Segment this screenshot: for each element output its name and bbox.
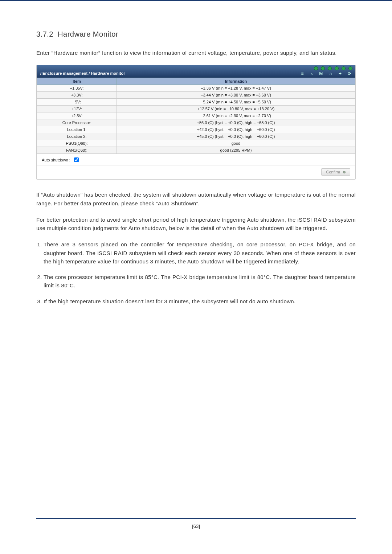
info-cell: good: [117, 140, 355, 147]
table-row: +12V:+12.57 V (min = +10.80 V, max = +13…: [37, 106, 355, 112]
list-item: The core processor temperature limit is …: [44, 273, 356, 290]
table-row: +1.35V:+1.36 V (min = +1.28 V, max = +1.…: [37, 85, 355, 92]
footer-divider: [36, 518, 356, 519]
status-dot-icon: [328, 66, 332, 70]
info-cell: +42.0 (C) (hyst = +0.0 (C), high = +60.0…: [117, 126, 355, 133]
section-title: Hardware Monitor: [58, 30, 118, 38]
item-cell: Location 1:: [37, 126, 117, 133]
info-cell: +3.44 V (min = +3.00 V, max = +3.60 V): [117, 92, 355, 99]
info-cell: +5.24 V (min = +4.50 V, max = +5.50 V): [117, 99, 355, 106]
auto-shutdown-checkbox[interactable]: [74, 157, 79, 162]
table-row: PSU1(Q60):good: [37, 140, 355, 147]
info-cell: +1.36 V (min = +1.28 V, max = +1.47 V): [117, 85, 355, 92]
hardware-monitor-table: Item Information +1.35V:+1.36 V (min = +…: [37, 78, 355, 154]
info-cell: +2.61 V (min = +2.30 V, max = +2.70 V): [117, 112, 355, 119]
item-cell: Location 2:: [37, 133, 117, 140]
status-dot-icon: [348, 66, 352, 70]
intro-paragraph: Enter “Hardware monitor” function to vie…: [36, 49, 356, 57]
item-cell: +12V:: [37, 106, 117, 112]
table-row: +5V:+5.24 V (min = +4.50 V, max = +5.50 …: [37, 99, 355, 106]
lock-icon[interactable]: ⌂: [328, 71, 334, 77]
status-dot-icon: [321, 66, 325, 70]
item-cell: +3.3V:: [37, 92, 117, 99]
section-heading: 3.7.2 Hardware Monitor: [36, 30, 356, 38]
col-item: Item: [37, 78, 117, 85]
list-item: If the high temperature situation doesn’…: [44, 297, 356, 305]
list-icon[interactable]: ≡: [299, 71, 305, 77]
confirm-button-label: Confirm: [326, 170, 340, 174]
auto-shutdown-label: Auto shutdown :: [42, 158, 70, 162]
page-number: [63]: [0, 524, 392, 529]
auto-shutdown-row: Auto shutdown :: [37, 154, 355, 165]
section-number: 3.7.2: [36, 30, 53, 38]
notify-icon[interactable]: ▵: [309, 71, 315, 77]
item-cell: PSU1(Q60):: [37, 140, 117, 147]
table-row: +2.5V:+2.61 V (min = +2.30 V, max = +2.7…: [37, 112, 355, 119]
item-cell: +5V:: [37, 99, 117, 106]
list-item: There are 3 sensors placed on the contro…: [44, 240, 356, 266]
refresh-icon[interactable]: ⟳: [347, 71, 352, 77]
table-row: Location 2:+45.0 (C) (hyst = +0.0 (C), h…: [37, 133, 355, 140]
table-row: Location 1:+42.0 (C) (hyst = +0.0 (C), h…: [37, 126, 355, 133]
col-info: Information: [117, 78, 355, 85]
panel-topbar: ≡ ▵ 🖫 ⌂ ✦ ⟳ / Enclosure management / Har…: [37, 65, 355, 78]
table-row: FAN1(Q60):good (2295 RPM): [37, 147, 355, 154]
status-dot-icon: [335, 66, 339, 70]
status-dot-icon: [342, 66, 346, 70]
info-cell: +45.0 (C) (hyst = +0.0 (C), high = +60.0…: [117, 133, 355, 140]
save-icon[interactable]: 🖫: [318, 71, 324, 77]
tool-icon[interactable]: ✦: [337, 71, 343, 77]
item-cell: +2.5V:: [37, 112, 117, 119]
item-cell: Core Processor:: [37, 119, 117, 126]
breadcrumb: / Enclosure management / Hardware monito…: [40, 71, 125, 75]
item-cell: +1.35V:: [37, 85, 117, 92]
status-dot-icon: [314, 66, 318, 70]
topbar-status-dots: [314, 66, 352, 70]
auto-shutdown-paragraph: If “Auto shutdown” has been checked, the…: [36, 190, 356, 208]
protection-paragraph: For better protection and to avoid singl…: [36, 216, 356, 233]
hardware-monitor-panel: ≡ ▵ 🖫 ⌂ ✦ ⟳ / Enclosure management / Har…: [36, 65, 356, 180]
item-cell: FAN1(Q60):: [37, 147, 117, 154]
info-cell: +12.57 V (min = +10.80 V, max = +13.20 V…: [117, 106, 355, 112]
table-row: Core Processor:+56.0 (C) (hyst = +0.0 (C…: [37, 119, 355, 126]
table-row: +3.3V:+3.44 V (min = +3.00 V, max = +3.6…: [37, 92, 355, 99]
confirm-dot-icon: [343, 171, 346, 173]
shutdown-conditions-list: There are 3 sensors placed on the contro…: [44, 240, 356, 305]
confirm-button[interactable]: Confirm: [321, 168, 350, 176]
info-cell: +56.0 (C) (hyst = +0.0 (C), high = +65.0…: [117, 119, 355, 126]
info-cell: good (2295 RPM): [117, 147, 355, 154]
